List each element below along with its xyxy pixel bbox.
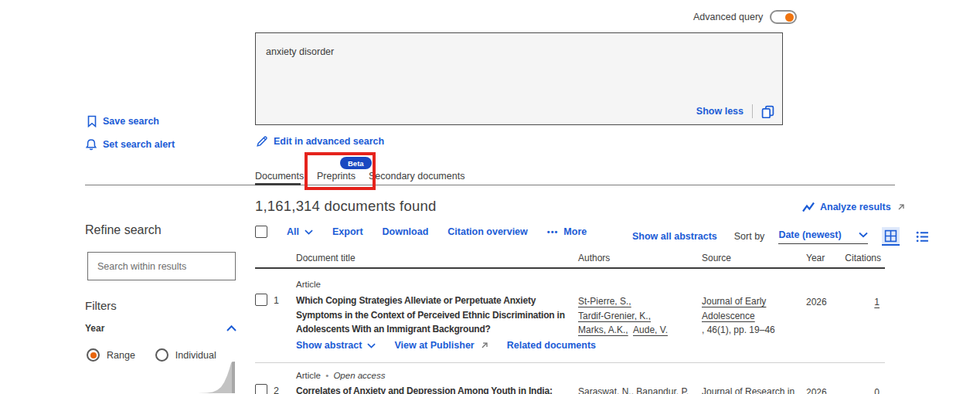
range-radio-option[interactable]: Range [87, 348, 135, 362]
tab-preprints[interactable]: Preprints [317, 171, 356, 182]
search-within-results-input[interactable] [87, 252, 236, 280]
edit-advanced-search-link[interactable]: Edit in advanced search [256, 135, 384, 148]
authors-cell: St-Pierre, S., Tardif-Grenier, K., Marks… [578, 294, 668, 338]
header-authors: Authors [578, 253, 610, 263]
authors-cell: Saraswat, N., Banandur, P. [578, 385, 689, 394]
chevron-down-icon [859, 232, 868, 238]
chevron-up-icon [226, 325, 236, 331]
set-search-alert-label: Set search alert [103, 139, 175, 150]
row-number: 1 [274, 295, 279, 306]
related-documents-link[interactable]: Related documents [507, 340, 596, 351]
tab-secondary-documents[interactable]: Secondary documents [369, 171, 464, 182]
advanced-query-label: Advanced query [693, 12, 763, 22]
divider [752, 104, 753, 118]
ellipsis-icon: ••• [547, 227, 559, 236]
citations-cell: 0 [835, 386, 880, 394]
set-search-alert-link[interactable]: Set search alert [85, 138, 175, 151]
view-at-publisher-link[interactable]: View at Publisher [394, 340, 488, 351]
sort-dropdown[interactable]: Date (newest) [778, 229, 867, 244]
query-controls: Show less [696, 104, 774, 118]
individual-label: Individual [175, 350, 216, 361]
show-abstract-label: Show abstract [296, 340, 362, 351]
year-filter-header[interactable]: Year [85, 323, 236, 334]
citations-link[interactable]: 1 [874, 297, 880, 307]
results-count: 1,161,314 documents found [255, 198, 436, 215]
save-search-label: Save search [103, 116, 159, 127]
doc-type-label: Article • Open access [296, 371, 386, 380]
show-abstract-link[interactable]: Show abstract [296, 340, 376, 351]
individual-radio-option[interactable]: Individual [155, 348, 216, 362]
tab-documents[interactable]: Documents [255, 171, 304, 182]
radio-unselected-icon [155, 348, 168, 362]
results-toolbar: All Export Download Citation overview ••… [255, 226, 587, 238]
more-button[interactable]: ••• More [547, 226, 587, 237]
show-less-link[interactable]: Show less [696, 106, 744, 117]
citation-overview-button[interactable]: Citation overview [447, 226, 528, 237]
bullet-separator: • [325, 371, 328, 380]
author-link[interactable]: St-Pierre, S., [578, 296, 631, 307]
tabs-divider [85, 185, 895, 185]
query-textarea[interactable]: anxiety disorder Show less [255, 32, 783, 125]
line-chart-icon [802, 202, 815, 212]
source-cell: Journal of Early Adolescence , 46(1), pp… [702, 294, 801, 338]
document-title-link[interactable]: Which Coping Strategies Alleviate or Per… [296, 294, 578, 337]
radio-selected-icon [87, 348, 100, 362]
sort-by-label: Sort by [734, 231, 765, 242]
external-link-icon [897, 203, 905, 212]
download-button[interactable]: Download [383, 226, 429, 237]
header-citations: Citations [835, 253, 881, 263]
more-label: More [563, 226, 587, 237]
chevron-down-icon [305, 229, 313, 235]
open-access-label: Open access [333, 371, 385, 380]
source-detail: , 46(1), pp. 19–46 [702, 323, 801, 338]
range-label: Range [107, 350, 135, 361]
bell-icon [85, 138, 97, 151]
results-toolbar-right: Show all abstracts Sort by Date (newest) [632, 227, 931, 246]
year-mode-radios: Range Individual [87, 348, 216, 362]
select-all-checkbox[interactable] [255, 226, 267, 238]
advanced-query-toggle[interactable] [770, 10, 797, 24]
sort-value: Date (newest) [778, 229, 841, 240]
export-button[interactable]: Export [332, 226, 363, 237]
table-header-rule [255, 267, 885, 269]
show-all-abstracts-link[interactable]: Show all abstracts [632, 231, 717, 242]
author-link[interactable]: Saraswat, N., Banandur, P. [578, 386, 689, 394]
year-histogram [198, 362, 235, 394]
toggle-knob [785, 13, 794, 22]
author-link[interactable]: Tardif-Grenier, K., [578, 311, 651, 321]
author-link[interactable]: Aude, V. [633, 324, 668, 335]
year-cell: 2026 [806, 386, 827, 394]
filters-title: Filters [85, 299, 117, 312]
row-number: 2 [274, 386, 279, 394]
chevron-down-icon [367, 343, 376, 348]
grid-view-button[interactable] [882, 227, 900, 246]
pencil-icon [256, 135, 268, 148]
doc-type-text: Article [296, 371, 321, 380]
external-link-icon [480, 341, 488, 350]
source-link[interactable]: Journal of Early Adolescence [702, 296, 766, 321]
view-at-publisher-label: View at Publisher [394, 340, 474, 351]
citations-cell: 1 [835, 295, 880, 310]
list-view-button[interactable] [914, 228, 931, 245]
row-checkbox[interactable] [255, 294, 267, 306]
list-view-icon [916, 230, 929, 243]
query-text: anxiety disorder [266, 46, 334, 57]
source-link[interactable]: Journal of Research in [702, 386, 795, 394]
save-search-link[interactable]: Save search [87, 115, 159, 127]
row-checkbox[interactable] [255, 384, 267, 394]
author-link[interactable]: Marks, A.K., [578, 324, 628, 335]
document-title-link[interactable]: Correlates of Anxiety and Depression Amo… [296, 384, 605, 394]
header-document-title: Document title [296, 253, 356, 263]
year-cell: 2026 [806, 295, 827, 310]
scopus-results-page: Advanced query anxiety disorder Show les… [0, 0, 980, 394]
row-actions: Show abstract View at Publisher Related … [296, 340, 596, 351]
doc-type-label: Article [296, 280, 321, 289]
all-dropdown[interactable]: All [287, 226, 313, 237]
year-filter-label: Year [85, 323, 104, 334]
analyze-results-label: Analyze results [820, 202, 891, 212]
active-tab-underline [255, 183, 301, 185]
copy-icon[interactable] [761, 105, 774, 118]
header-source: Source [702, 253, 731, 263]
analyze-results-link[interactable]: Analyze results [802, 202, 905, 212]
advanced-query-row: Advanced query [693, 10, 797, 24]
